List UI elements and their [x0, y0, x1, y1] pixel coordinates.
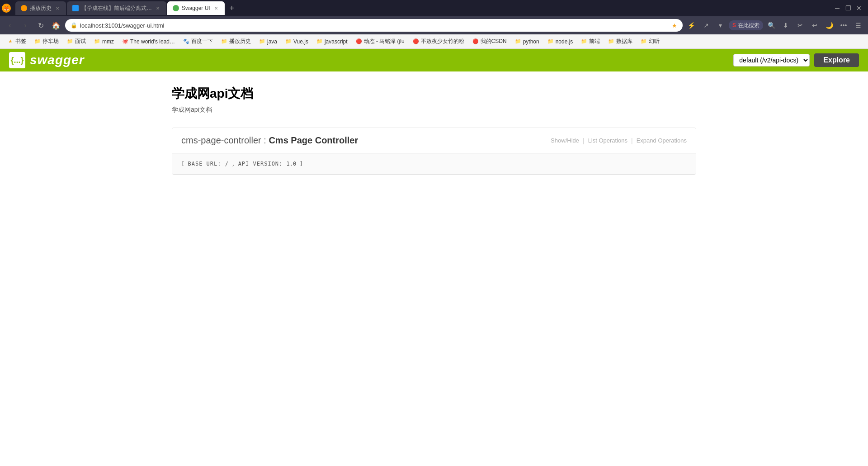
bookmark-interview[interactable]: 📁 面试 [63, 37, 90, 46]
bookmark-star[interactable]: ★ 书签 [4, 37, 30, 46]
address-text: localhost:31001/swagger-ui.html [80, 22, 669, 29]
comma-separator: , [231, 161, 238, 167]
folder-icon: 📁 [608, 38, 614, 45]
list-operations-link[interactable]: List Operations [588, 137, 627, 144]
csdn-icon: 🔴 [472, 38, 479, 45]
bookmark-music[interactable]: 📁 幻听 [637, 37, 663, 46]
controller-name: cms-page-controller [181, 135, 261, 145]
weibo-icon2: 🔴 [413, 38, 419, 45]
download-button[interactable]: ⬇ [779, 19, 792, 32]
bookmark-parking-label: 停车场 [42, 38, 59, 45]
darkmode-button[interactable]: 🌙 [823, 19, 835, 32]
forward-button[interactable]: › [19, 19, 32, 32]
swagger-content: 学成网api文档 学成网api文档 cms-page-controller : … [163, 71, 705, 188]
reload-button[interactable]: ↻ [34, 19, 47, 32]
tab-bar-left: 🦊 [2, 4, 11, 13]
lightning-button[interactable]: ⚡ [685, 19, 698, 32]
bookmark-nodejs[interactable]: 📁 node.js [544, 38, 577, 46]
bookmark-weibo1[interactable]: 🔴 动态 - 马铭泽 (jlu [352, 37, 408, 46]
tab2-label: 【学成在线】前后端分离式分布式微 [81, 5, 152, 12]
menu-button[interactable]: ☰ [852, 19, 864, 32]
api-docs-select[interactable]: default (/v2/api-docs) [733, 54, 810, 67]
bookmark-java[interactable]: 📁 java [255, 38, 281, 46]
folder-icon: 📁 [547, 38, 554, 45]
search-engine-label: 在此搜索 [738, 22, 760, 29]
folder-icon: 📁 [94, 38, 100, 45]
tab3-favicon [173, 5, 179, 11]
tab2-close[interactable]: ✕ [155, 5, 161, 11]
bookmark-db-label: 数据库 [616, 38, 632, 45]
tab-history[interactable]: 播放历史 ✕ [15, 1, 66, 15]
expand-operations-link[interactable]: Expand Operations [637, 137, 687, 144]
bookmark-csdn[interactable]: 🔴 我的CSDN [469, 37, 510, 46]
bracket-close: ] [299, 161, 302, 167]
tab-xuecheng[interactable]: 【学成在线】前后端分离式分布式微 ✕ [67, 1, 166, 15]
star-icon: ★ [7, 38, 14, 45]
bookmark-github[interactable]: 🐙 The world's lead… [118, 38, 179, 46]
bookmark-frontend[interactable]: 📁 前端 [577, 37, 604, 46]
address-bar: ‹ › ↻ 🏠 🔒 localhost:31001/swagger-ui.htm… [0, 16, 868, 34]
bookmark-star-icon[interactable]: ★ [672, 22, 677, 29]
separator1: | [583, 137, 585, 144]
base-url-label: BASE URL: [188, 161, 225, 167]
share-button[interactable]: ↗ [700, 19, 712, 32]
bookmark-history[interactable]: 📁 播放历史 [217, 37, 255, 46]
api-subtitle: 学成网api文档 [172, 106, 696, 114]
bookmark-vue[interactable]: 📁 Vue.js [282, 38, 312, 46]
share-dropdown[interactable]: ▾ [714, 19, 727, 32]
tab-swagger[interactable]: Swagger UI ✕ [167, 1, 225, 15]
controller-title: cms-page-controller : Cms Page Controlle… [181, 135, 358, 146]
tab3-label: Swagger UI [182, 5, 210, 11]
bookmark-python[interactable]: 📁 python [511, 38, 543, 46]
folder-icon: 📁 [67, 38, 73, 45]
search-button[interactable]: 🔍 [765, 19, 778, 32]
bookmark-baidu[interactable]: 🐾 百度一下 [179, 37, 217, 46]
minimize-button[interactable]: ─ [834, 5, 841, 12]
tab1-favicon [21, 5, 27, 11]
tab1-close[interactable]: ✕ [54, 5, 61, 11]
bookmark-frontend-label: 前端 [589, 38, 600, 45]
scissors-button[interactable]: ✂ [794, 19, 807, 32]
search-engine-button[interactable]: S 在此搜索 [729, 20, 763, 30]
bookmark-db[interactable]: 📁 数据库 [604, 37, 636, 46]
restore-button[interactable]: ❐ [844, 5, 852, 12]
undo-button[interactable]: ↩ [808, 19, 821, 32]
swagger-header: {...} swagger default (/v2/api-docs) Exp… [0, 49, 868, 71]
separator2: | [631, 137, 633, 144]
close-button[interactable]: ✕ [855, 5, 863, 12]
controller-section: cms-page-controller : Cms Page Controlle… [172, 128, 696, 175]
weibo-icon: 🔴 [356, 38, 362, 45]
bookmarks-bar: ★ 书签 📁 停车场 📁 面试 📁 mmz 🐙 The world's lead… [0, 34, 868, 49]
folder-icon: 📁 [259, 38, 265, 45]
new-tab-button[interactable]: + [226, 2, 238, 14]
back-button[interactable]: ‹ [4, 19, 16, 32]
baidu-icon: 🐾 [183, 38, 189, 45]
bookmark-weibo2[interactable]: 🔴 不敖夜少女竹的粉 [409, 37, 468, 46]
bookmark-parking[interactable]: 📁 停车场 [31, 37, 62, 46]
bookmark-js[interactable]: 📁 javascript [313, 38, 351, 46]
tab3-close[interactable]: ✕ [213, 5, 219, 11]
controller-header: cms-page-controller : Cms Page Controlle… [172, 128, 696, 153]
bookmark-vue-label: Vue.js [293, 38, 308, 45]
tab1-label: 播放历史 [30, 5, 52, 12]
swagger-logo-icon: {...} [9, 52, 25, 68]
bookmark-mmz[interactable]: 📁 mmz [90, 38, 118, 46]
controller-actions: Show/Hide | List Operations | Expand Ope… [551, 137, 687, 144]
folder-icon: 📁 [34, 38, 41, 45]
github-icon: 🐙 [122, 38, 128, 45]
folder-icon: 📁 [221, 38, 227, 45]
window-controls: ─ ❐ ✕ [834, 5, 866, 12]
controller-colon: : [264, 135, 269, 145]
api-title: 学成网api文档 [172, 85, 696, 102]
search-engine-icon: S [732, 22, 736, 29]
tab2-favicon [72, 5, 79, 11]
bookmark-java-label: java [267, 38, 277, 45]
more-button[interactable]: ••• [837, 19, 850, 32]
home-button[interactable]: 🏠 [50, 19, 62, 32]
bracket-open: [ [181, 161, 188, 167]
explore-button[interactable]: Explore [814, 53, 859, 67]
right-controls: ⚡ ↗ ▾ S 在此搜索 🔍 ⬇ ✂ ↩ 🌙 ••• ☰ [685, 19, 864, 32]
swagger-logo: {...} swagger [9, 52, 85, 68]
address-input[interactable]: 🔒 localhost:31001/swagger-ui.html ★ [65, 19, 683, 32]
show-hide-link[interactable]: Show/Hide [551, 137, 579, 144]
